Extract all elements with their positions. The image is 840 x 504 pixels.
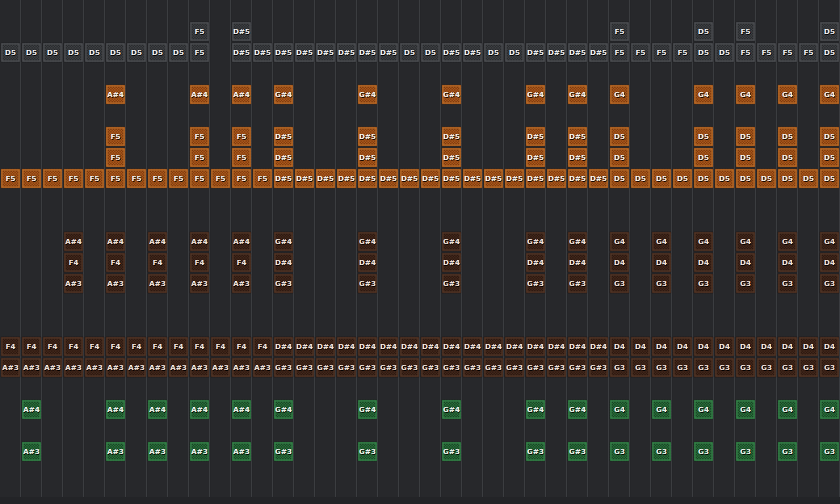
note-block[interactable]: D5	[736, 127, 755, 146]
note-block[interactable]: G#4	[274, 232, 293, 251]
note-block[interactable]: F5	[757, 43, 776, 62]
note-block[interactable]: A#4	[106, 232, 125, 251]
note-block[interactable]: G#4	[442, 85, 461, 104]
note-block[interactable]: G#3	[358, 274, 377, 293]
note-block[interactable]: D4	[631, 337, 650, 356]
note-block[interactable]: D#4	[484, 337, 503, 356]
note-block[interactable]: D#5	[568, 43, 587, 62]
note-block[interactable]: G#4	[442, 232, 461, 251]
note-block[interactable]: D#5	[337, 169, 356, 188]
note-block[interactable]: G3	[757, 358, 776, 377]
note-block[interactable]: G#3	[484, 358, 503, 377]
note-block[interactable]: G#3	[568, 274, 587, 293]
note-block[interactable]: F4	[85, 337, 104, 356]
note-block[interactable]: G#3	[547, 358, 566, 377]
note-block[interactable]: G#3	[442, 274, 461, 293]
note-block[interactable]: D5	[694, 127, 713, 146]
note-block[interactable]: G4	[610, 400, 629, 419]
note-block[interactable]: G#4	[358, 400, 377, 419]
note-block[interactable]: D5	[715, 169, 734, 188]
note-block[interactable]: D#5	[526, 148, 545, 167]
note-block[interactable]: D5	[484, 43, 503, 62]
note-block[interactable]: D#4	[295, 337, 314, 356]
note-block[interactable]: D5	[421, 43, 440, 62]
note-block[interactable]: G4	[820, 400, 839, 419]
note-block[interactable]: D5	[22, 43, 41, 62]
note-block[interactable]: G#3	[442, 442, 461, 461]
note-block[interactable]: F5	[610, 22, 629, 41]
note-block[interactable]: D5	[757, 169, 776, 188]
note-block[interactable]: F4	[43, 337, 62, 356]
note-block[interactable]: D#4	[547, 337, 566, 356]
note-block[interactable]: G#3	[274, 442, 293, 461]
note-block[interactable]: D#5	[568, 127, 587, 146]
note-block[interactable]: A#4	[148, 232, 167, 251]
note-block[interactable]: F5	[190, 22, 209, 41]
note-block[interactable]: G3	[694, 358, 713, 377]
note-block[interactable]: G4	[694, 85, 713, 104]
note-block[interactable]: F5	[85, 169, 104, 188]
note-block[interactable]: F5	[631, 43, 650, 62]
note-block[interactable]: G#3	[526, 442, 545, 461]
note-block[interactable]: D#5	[442, 127, 461, 146]
note-block[interactable]: D5	[694, 22, 713, 41]
note-block[interactable]: A#3	[253, 358, 272, 377]
note-block[interactable]: A#3	[232, 442, 251, 461]
note-block[interactable]: F5	[190, 169, 209, 188]
note-block[interactable]: G#3	[295, 358, 314, 377]
note-block[interactable]: D4	[652, 337, 671, 356]
note-block[interactable]: D#5	[295, 169, 314, 188]
note-block[interactable]: A#3	[211, 358, 230, 377]
note-block[interactable]: G#3	[274, 358, 293, 377]
note-block[interactable]: D#5	[442, 43, 461, 62]
note-block[interactable]: F4	[64, 337, 83, 356]
note-block[interactable]: A#3	[190, 442, 209, 461]
note-block[interactable]: D#5	[358, 127, 377, 146]
note-block[interactable]: F5	[232, 148, 251, 167]
note-block[interactable]: D#5	[379, 43, 398, 62]
note-block[interactable]: A#3	[190, 274, 209, 293]
note-block[interactable]: G#4	[274, 85, 293, 104]
note-block[interactable]: G4	[694, 400, 713, 419]
note-block[interactable]: G#4	[358, 232, 377, 251]
note-block[interactable]: D5	[505, 43, 524, 62]
note-block[interactable]: F4	[169, 337, 188, 356]
note-block[interactable]: G#3	[526, 358, 545, 377]
note-block[interactable]: D#4	[421, 337, 440, 356]
note-block[interactable]: G#4	[568, 85, 587, 104]
note-block[interactable]: D#4	[337, 337, 356, 356]
note-block[interactable]: D4	[715, 337, 734, 356]
note-block[interactable]: F4	[22, 337, 41, 356]
note-block[interactable]: D#4	[463, 337, 482, 356]
note-block[interactable]: G#3	[505, 358, 524, 377]
note-block[interactable]: A#3	[22, 442, 41, 461]
note-block[interactable]: D5	[799, 169, 818, 188]
note-block[interactable]: D#5	[358, 148, 377, 167]
note-block[interactable]: D5	[820, 169, 839, 188]
note-block[interactable]: D#4	[274, 253, 293, 272]
note-block[interactable]: D#5	[253, 43, 272, 62]
note-block[interactable]: D#4	[379, 337, 398, 356]
note-block[interactable]: D#5	[526, 169, 545, 188]
note-block[interactable]: G3	[820, 358, 839, 377]
note-block[interactable]: A#3	[22, 358, 41, 377]
note-block[interactable]: F4	[190, 253, 209, 272]
note-block[interactable]: D5	[778, 169, 797, 188]
note-block[interactable]: A#3	[148, 274, 167, 293]
note-block[interactable]: D#4	[400, 337, 419, 356]
note-block[interactable]: G#3	[358, 442, 377, 461]
note-block[interactable]: G#3	[337, 358, 356, 377]
note-block[interactable]: D#4	[316, 337, 335, 356]
note-block[interactable]: D5	[652, 169, 671, 188]
note-block[interactable]: F5	[169, 169, 188, 188]
note-block[interactable]: G#3	[400, 358, 419, 377]
note-block[interactable]: F5	[106, 169, 125, 188]
note-block[interactable]: F5	[232, 169, 251, 188]
note-block[interactable]: F5	[106, 127, 125, 146]
note-block[interactable]: D5	[610, 127, 629, 146]
note-block[interactable]: G#4	[526, 232, 545, 251]
note-block[interactable]: D#4	[358, 337, 377, 356]
note-block[interactable]: F5	[43, 169, 62, 188]
note-block[interactable]: D#5	[526, 43, 545, 62]
note-block[interactable]: G3	[820, 442, 839, 461]
